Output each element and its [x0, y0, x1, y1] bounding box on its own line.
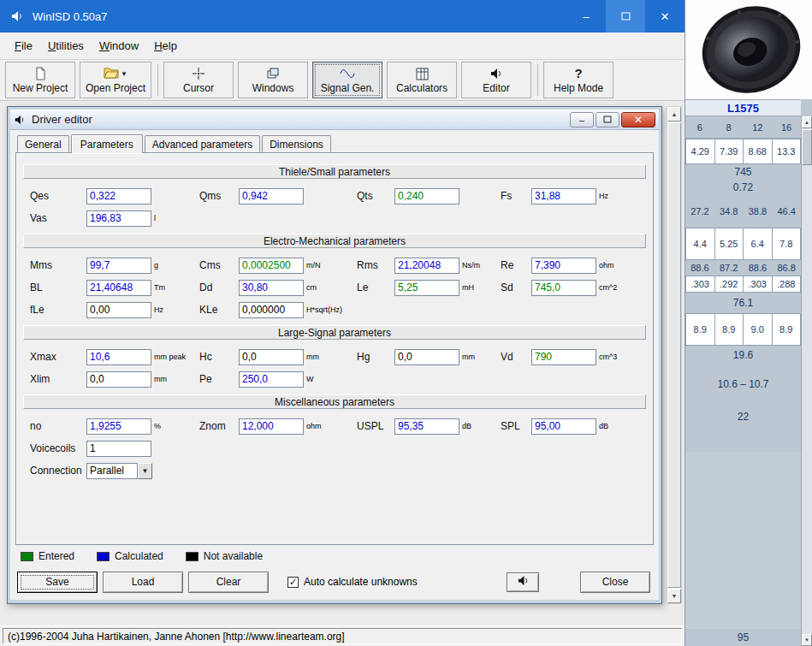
qes-input[interactable] — [86, 188, 151, 204]
qms-input[interactable] — [239, 188, 304, 204]
windows-button[interactable]: Windows — [238, 62, 308, 98]
vd-input[interactable] — [531, 349, 596, 365]
hc-input[interactable] — [239, 349, 304, 365]
spl-input[interactable] — [531, 418, 596, 435]
mms-input[interactable] — [86, 258, 151, 274]
menu-help[interactable]: Help — [146, 35, 185, 56]
le-input[interactable] — [394, 280, 459, 296]
spec-row: 19.6 — [685, 346, 801, 364]
connection-select[interactable]: ▼ — [86, 463, 152, 479]
field-label: Le — [357, 282, 394, 293]
spec-cell: 88.6 — [744, 260, 773, 276]
xmax-input[interactable] — [86, 349, 151, 365]
spec-row: 76.1 — [685, 293, 801, 313]
help-mode-button[interactable]: ? Help Mode — [543, 62, 613, 98]
rms-input[interactable] — [394, 258, 459, 274]
field-label: Hg — [357, 351, 394, 363]
field-label: Xmax — [30, 351, 86, 363]
tab-bar: General Parameters Advanced parameters D… — [10, 130, 659, 152]
new-project-button[interactable]: New Project — [5, 62, 75, 98]
spec-cell: 22 — [685, 411, 801, 423]
editor-mini-button[interactable] — [507, 572, 539, 592]
field-row: Xmax mm peak Hc mm Hg mm Vd cm^3 — [21, 346, 648, 368]
field-unit: H*sqrt(Hz) — [304, 305, 357, 314]
toolbar-label: Editor — [483, 82, 509, 94]
value-legend: Entered Calculated Not available — [10, 545, 659, 567]
bl-input[interactable] — [86, 280, 151, 296]
menu-bar: File Utilities Window Help — [0, 33, 685, 60]
minimize-icon[interactable]: – — [566, 0, 606, 33]
scroll-track[interactable] — [802, 166, 812, 634]
menu-window[interactable]: Window — [92, 35, 146, 56]
tab-advanced-parameters[interactable]: Advanced parameters — [145, 135, 260, 152]
spec-row-impedances: 6 8 12 16 — [685, 116, 801, 139]
menu-file[interactable]: File — [7, 35, 40, 56]
close-icon[interactable]: ✕ — [645, 0, 685, 33]
spec-cell: 34.8 — [714, 195, 744, 228]
scroll-down-icon[interactable]: ▼ — [802, 634, 812, 646]
menu-utilities[interactable]: Utilities — [40, 35, 92, 56]
signal-gen-button[interactable]: Signal Gen. — [312, 62, 382, 98]
cms-input[interactable] — [239, 258, 304, 274]
legend-calculated: Calculated — [97, 550, 163, 562]
save-button[interactable]: Save — [17, 572, 98, 593]
uspl-input[interactable] — [394, 418, 459, 435]
xlim-input[interactable] — [86, 371, 151, 388]
no-input[interactable] — [86, 418, 151, 435]
dd-input[interactable] — [239, 280, 304, 296]
clear-button[interactable]: Clear — [188, 572, 269, 593]
field-label: Qes — [30, 190, 86, 202]
spec-cell: 9.0 — [743, 314, 772, 345]
fs-input[interactable] — [531, 188, 596, 204]
kle-input[interactable] — [239, 302, 304, 318]
scroll-down-icon[interactable]: ▼ — [667, 589, 681, 603]
spec-cell: 46.4 — [772, 195, 801, 228]
dialog-maximize-icon[interactable] — [596, 112, 619, 127]
scroll-thumb[interactable] — [802, 129, 812, 165]
panel-vertical-scrollbar[interactable]: ▲ ▼ — [801, 116, 812, 646]
main-vertical-scrollbar[interactable]: ▲ ▼ — [667, 106, 682, 604]
scroll-up-icon[interactable]: ▲ — [802, 116, 812, 128]
spec-row: 10.6 – 10.7 — [685, 364, 801, 404]
new-project-icon — [33, 66, 47, 81]
editor-button[interactable]: Editor — [461, 62, 531, 98]
speaker-photo — [685, 0, 812, 99]
auto-calc-label: Auto calculate unknowns — [304, 576, 418, 588]
field-label: no — [30, 420, 86, 432]
winisd-main-window: WinISD 0.50a7 – ✕ File Utilities Window … — [0, 0, 685, 646]
maximize-icon[interactable] — [606, 0, 645, 33]
driver-editor-dialog: Driver editor – ✕ General Parameters Adv… — [7, 106, 662, 604]
pe-input[interactable] — [239, 371, 304, 388]
tab-parameters[interactable]: Parameters — [71, 134, 143, 153]
scroll-up-icon[interactable]: ▲ — [667, 107, 681, 121]
fle-input[interactable] — [86, 302, 151, 318]
chevron-down-icon[interactable]: ▼ — [121, 70, 127, 78]
open-folder-icon — [104, 66, 119, 81]
spec-row: 22 — [685, 404, 801, 452]
calculators-button[interactable]: Calculators — [387, 62, 457, 98]
re-input[interactable] — [531, 258, 596, 274]
hg-input[interactable] — [394, 349, 459, 365]
field-unit: mm peak — [151, 353, 199, 361]
dialog-close-icon[interactable]: ✕ — [621, 112, 655, 127]
vas-input[interactable] — [86, 210, 151, 227]
chevron-down-icon[interactable]: ▼ — [138, 463, 152, 479]
cursor-button[interactable]: Cursor — [163, 62, 234, 98]
connection-value[interactable] — [86, 463, 138, 479]
open-project-button[interactable]: ▼ Open Project — [80, 62, 151, 98]
qts-input[interactable] — [394, 188, 459, 204]
auto-calc-checkbox[interactable]: ✓ Auto calculate unknowns — [287, 576, 418, 588]
dialog-minimize-icon[interactable]: – — [570, 112, 594, 127]
load-button[interactable]: Load — [103, 572, 183, 593]
znom-input[interactable] — [239, 418, 304, 435]
field-label: Re — [501, 259, 531, 271]
spec-row: 745 — [685, 164, 801, 180]
tab-dimensions[interactable]: Dimensions — [262, 135, 331, 152]
scroll-thumb[interactable] — [667, 122, 681, 588]
spec-cell: 4.29 — [685, 139, 714, 163]
close-button[interactable]: Close — [580, 572, 650, 593]
sd-input[interactable] — [531, 280, 596, 296]
field-row: fLe Hz KLe H*sqrt(Hz) — [21, 299, 648, 321]
voicecoils-input[interactable] — [86, 441, 151, 457]
tab-general[interactable]: General — [17, 135, 69, 152]
